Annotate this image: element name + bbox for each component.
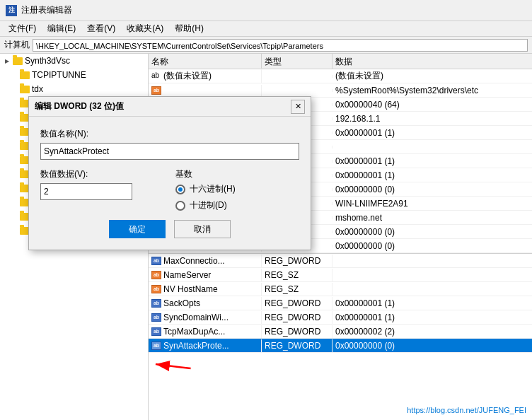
app-icon: 注	[6, 5, 17, 16]
radio-dec[interactable]: 十进制(D)	[175, 199, 299, 211]
base-area: 基数 十六进制(H) 十进制(D)	[175, 168, 299, 211]
address-label: 计算机	[4, 39, 30, 51]
cancel-button[interactable]: 取消	[174, 220, 231, 238]
dialog-close-button[interactable]: ✕	[291, 100, 305, 114]
address-bar: 计算机 \HKEY_LOCAL_MACHINE\SYSTEM\CurrentCo…	[0, 37, 532, 54]
menu-favorites[interactable]: 收藏夹(A)	[121, 21, 169, 36]
radio-dec-button[interactable]	[175, 201, 185, 211]
menu-file[interactable]: 文件(F)	[3, 21, 42, 36]
dialog-title-bar: 编辑 DWORD (32 位)值 ✕	[29, 97, 311, 117]
dialog-overlay: 编辑 DWORD (32 位)值 ✕ 数值名称(N): 数值数据(V): 基数	[0, 54, 532, 420]
dialog-body: 数值名称(N): 数值数据(V): 基数 十六进制(H)	[29, 117, 311, 250]
app-title: 注册表编辑器	[21, 4, 72, 16]
radio-hex[interactable]: 十六进制(H)	[175, 183, 299, 195]
data-label: 数值数据(V):	[40, 168, 164, 180]
title-bar: 注 注册表编辑器	[0, 0, 532, 21]
menu-bar: 文件(F) 编辑(E) 查看(V) 收藏夹(A) 帮助(H)	[0, 21, 532, 37]
base-label: 基数	[175, 168, 299, 180]
address-path[interactable]: \HKEY_LOCAL_MACHINE\SYSTEM\CurrentContro…	[33, 39, 528, 52]
name-label: 数值名称(N):	[40, 128, 299, 140]
menu-view[interactable]: 查看(V)	[81, 21, 121, 36]
menu-edit[interactable]: 编辑(E)	[42, 21, 81, 36]
name-input[interactable]	[40, 143, 299, 160]
ok-button[interactable]: 确定	[109, 220, 166, 238]
radio-hex-label: 十六进制(H)	[190, 183, 236, 195]
data-input[interactable]	[40, 183, 132, 200]
dialog-buttons: 确定 取消	[40, 220, 299, 238]
watermark: https://blog.csdn.net/JUFENG_FEI	[407, 406, 526, 414]
value-area: 数值数据(V):	[40, 168, 164, 211]
dialog-title: 编辑 DWORD (32 位)值	[35, 100, 124, 112]
dword-edit-dialog: 编辑 DWORD (32 位)值 ✕ 数值名称(N): 数值数据(V): 基数	[28, 96, 311, 250]
data-row: 数值数据(V): 基数 十六进制(H)	[40, 168, 299, 211]
main-area: ▶ Synth3dVsc TCPIPTUNNE	[0, 54, 532, 420]
menu-help[interactable]: 帮助(H)	[169, 21, 209, 36]
radio-hex-button[interactable]	[175, 185, 185, 194]
radio-group: 十六进制(H) 十进制(D)	[175, 183, 299, 211]
radio-dec-label: 十进制(D)	[190, 199, 227, 211]
